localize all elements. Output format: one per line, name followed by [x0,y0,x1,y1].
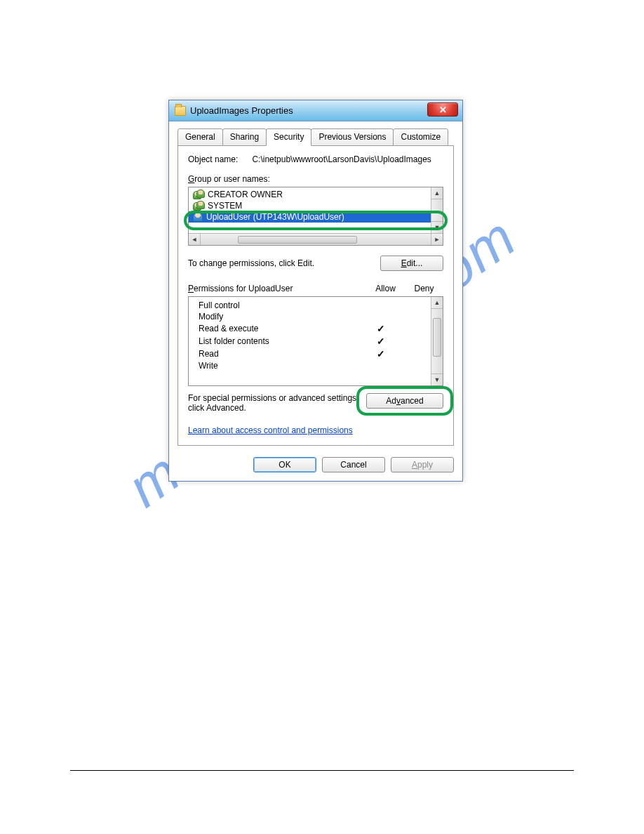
permission-row: Full control [189,300,443,311]
tabpage-security: Object name: C:\inetpub\wwwroot\LarsonDa… [177,145,454,446]
allow-column-header: Allow [366,284,405,293]
check-icon [361,336,400,347]
apply-button[interactable]: Apply [391,457,454,472]
change-permissions-text: To change permissions, click Edit. [188,258,314,268]
list-item[interactable]: UploadUser (UTP143W\UploadUser) [189,211,443,223]
group-icon [193,201,204,211]
permission-row: Write [189,360,443,371]
check-icon [361,348,400,359]
tabstrip: General Sharing Security Previous Versio… [177,128,454,146]
scroll-thumb[interactable] [433,318,441,357]
list-item-label: CREATOR OWNER [208,190,283,199]
list-item-label: SYSTEM [208,201,242,211]
object-name-value: C:\inetpub\wwwroot\LarsonDavis\UploadIma… [252,154,431,164]
window-title: UploadImages Properties [190,105,293,116]
learn-link[interactable]: Learn about access control and permissio… [188,425,353,435]
permissions-list[interactable]: Full control Modify Read & execute [188,296,443,386]
close-button[interactable]: ✕ [427,102,458,117]
advanced-button[interactable]: Advanced [366,393,443,409]
tab-previous-versions[interactable]: Previous Versions [311,128,394,146]
permission-row: Read & execute [189,322,443,335]
list-item-label: UploadUser (UTP143W\UploadUser) [206,212,344,222]
group-user-label: Group or user names: [188,174,443,184]
permission-row: List folder contents [189,335,443,348]
deny-column-header: Deny [405,284,443,293]
user-icon [193,212,203,222]
permission-row: Modify [189,311,443,322]
group-icon [193,190,204,199]
permissions-for-label: Permissions for UploadUser [188,284,366,293]
tab-general[interactable]: General [177,128,223,146]
horizontal-scrollbar[interactable]: ◄ ► [189,233,443,245]
tab-customize[interactable]: Customize [393,128,448,146]
scroll-right-icon[interactable]: ► [431,234,443,246]
vertical-scrollbar[interactable]: ▲ ▼ [431,297,443,385]
object-name-row: Object name: C:\inetpub\wwwroot\LarsonDa… [188,154,443,164]
permission-name: Read & execute [199,324,361,333]
folder-icon [175,106,186,116]
scroll-up-icon[interactable]: ▲ [431,187,443,199]
ok-button[interactable]: OK [253,457,316,472]
vertical-scrollbar[interactable]: ▲ ▼ [431,187,443,233]
scroll-up-icon[interactable]: ▲ [431,297,443,309]
window-body: General Sharing Security Previous Versio… [169,121,462,481]
permission-name: Write [199,361,361,371]
tab-sharing[interactable]: Sharing [222,128,267,146]
scroll-down-icon[interactable]: ▼ [431,373,443,385]
check-icon [361,323,400,334]
tab-security[interactable]: Security [266,128,311,146]
permission-name: Read [199,349,361,359]
scroll-down-icon[interactable]: ▼ [431,221,443,233]
permissions-header: Permissions for UploadUser Allow Deny [188,284,443,293]
advanced-text: For special permissions or advanced sett… [188,393,361,413]
list-item[interactable]: SYSTEM [189,200,443,211]
permission-name: List folder contents [199,336,361,346]
permission-name: Full control [199,300,361,310]
edit-button[interactable]: Edit... [380,256,443,271]
titlebar[interactable]: UploadImages Properties ✕ [169,100,462,121]
page-divider [70,770,574,771]
object-name-label: Object name: [188,154,238,164]
permission-row: Read [189,348,443,360]
users-list[interactable]: CREATOR OWNER SYSTEM UploadUser (UTP143W… [188,187,443,246]
permission-name: Modify [199,312,361,322]
list-item[interactable]: CREATOR OWNER [189,189,443,200]
dialog-button-row: OK Cancel Apply [177,457,454,472]
scroll-left-icon[interactable]: ◄ [189,234,201,246]
properties-dialog: UploadImages Properties ✕ General Sharin… [168,100,463,482]
scroll-thumb[interactable] [238,236,357,244]
close-icon: ✕ [439,105,447,115]
cancel-button[interactable]: Cancel [322,457,385,472]
